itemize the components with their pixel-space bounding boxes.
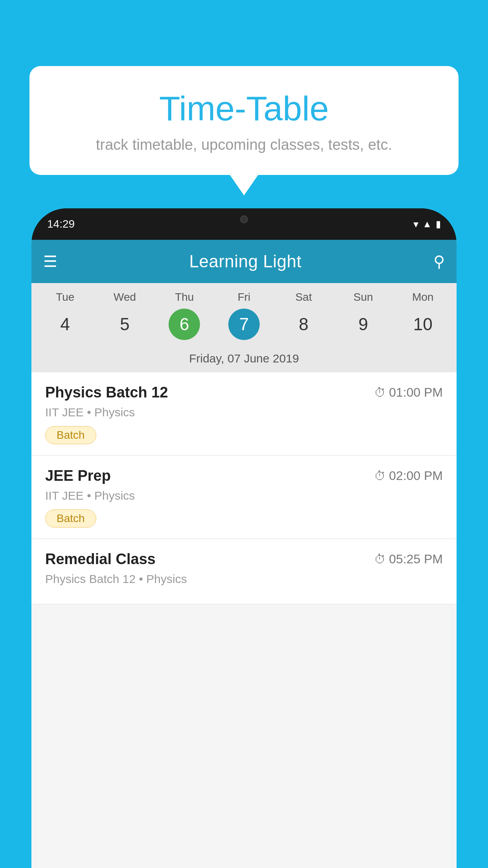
bubble-subtitle: track timetable, upcoming classes, tests… [49,136,439,153]
wifi-icon: ▾ [413,218,418,230]
item-2-subtitle: IIT JEE • Physics [45,489,443,502]
clock-icon-1: ⏱ [374,386,386,399]
day-6-today[interactable]: 6 [169,309,200,340]
hamburger-menu-icon[interactable]: ☰ [43,254,57,269]
phone-frame: 14:29 ▾ ▲ ▮ ☰ Learning Light ⚲ Tue Wed T… [31,208,457,868]
speech-bubble: Time-Table track timetable, upcoming cla… [29,66,459,175]
day-names-row: Tue Wed Thu Fri Sat Sun Mon [31,283,457,307]
battery-icon: ▮ [436,219,441,230]
item-1-header: Physics Batch 12 ⏱ 01:00 PM [45,384,443,401]
clock-icon-2: ⏱ [374,469,386,483]
schedule-item-1[interactable]: Physics Batch 12 ⏱ 01:00 PM IIT JEE • Ph… [31,372,457,456]
day-name-sun: Sun [334,291,393,303]
day-7-selected[interactable]: 7 [228,309,260,340]
day-name-wed: Wed [95,291,155,303]
camera [240,215,248,223]
item-2-header: JEE Prep ⏱ 02:00 PM [45,467,443,484]
calendar-week: Tue Wed Thu Fri Sat Sun Mon 4 5 6 7 8 9 … [31,283,457,372]
schedule-item-2[interactable]: JEE Prep ⏱ 02:00 PM IIT JEE • Physics Ba… [31,456,457,539]
signal-icon: ▲ [422,219,432,230]
phone-notch [213,208,275,230]
day-name-sat: Sat [274,291,334,303]
schedule-list: Physics Batch 12 ⏱ 01:00 PM IIT JEE • Ph… [31,372,457,604]
item-3-time: ⏱ 05:25 PM [374,552,443,566]
bubble-title: Time-Table [49,90,439,128]
day-8[interactable]: 8 [274,309,334,340]
app-title: Learning Light [189,252,302,271]
app-header: ☰ Learning Light ⚲ [31,240,457,283]
day-5[interactable]: 5 [95,309,155,340]
item-1-badge: Batch [45,426,96,444]
item-1-time: ⏱ 01:00 PM [374,385,443,400]
app-screen: ☰ Learning Light ⚲ Tue Wed Thu Fri Sat S… [31,240,457,868]
schedule-item-3[interactable]: Remedial Class ⏱ 05:25 PM Physics Batch … [31,539,457,604]
item-3-subtitle: Physics Batch 12 • Physics [45,572,443,586]
item-2-title: JEE Prep [45,467,111,484]
day-name-tue: Tue [35,291,95,303]
day-numbers-row: 4 5 6 7 8 9 10 [31,307,457,348]
item-3-title: Remedial Class [45,551,156,568]
item-1-subtitle: IIT JEE • Physics [45,406,443,419]
item-2-time: ⏱ 02:00 PM [374,469,443,483]
day-9[interactable]: 9 [334,309,393,340]
item-3-header: Remedial Class ⏱ 05:25 PM [45,551,443,568]
day-10[interactable]: 10 [393,309,453,340]
status-time: 14:29 [47,218,75,230]
clock-icon-3: ⏱ [374,553,386,566]
selected-date-label: Friday, 07 June 2019 [31,348,457,372]
status-bar: 14:29 ▾ ▲ ▮ [31,208,457,240]
status-icons: ▾ ▲ ▮ [413,218,441,230]
day-name-mon: Mon [393,291,453,303]
day-name-fri: Fri [214,291,274,303]
day-name-thu: Thu [154,291,214,303]
search-icon[interactable]: ⚲ [433,252,445,270]
day-4[interactable]: 4 [35,309,95,340]
item-1-title: Physics Batch 12 [45,384,168,401]
item-2-badge: Batch [45,509,96,528]
